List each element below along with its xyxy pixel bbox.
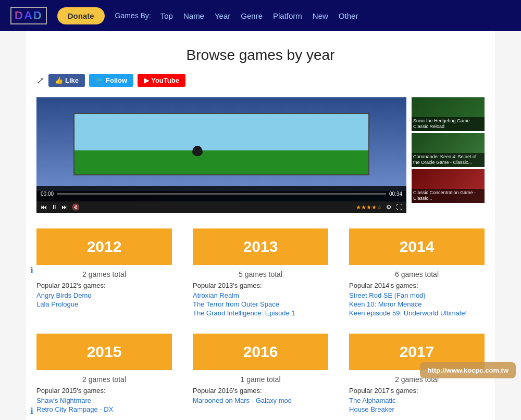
progress-track[interactable] [57, 193, 386, 195]
year-card-2016: 20161 game totalPopular 2016's games:Mar… [193, 334, 328, 414]
popular-label-2015: Popular 2015's games: [36, 387, 172, 394]
youtube-button[interactable]: ▶ YouTube [138, 74, 185, 87]
video-time-right: 00:34 [389, 191, 402, 197]
game-screen [73, 113, 369, 175]
game-link[interactable]: Retro City Rampage - DX [36, 405, 172, 413]
mute-button[interactable]: 🔇 [72, 203, 80, 211]
year-total-2012: 2 games total [36, 270, 172, 278]
main-content: Browse games by year ⤢ 👍 Like 🐦 Follow ▶… [26, 31, 495, 420]
hedgehog-sprite [192, 146, 203, 156]
game-link[interactable]: Angry Birds Demo [36, 291, 172, 299]
game-link[interactable]: The Terror from Outer Space [193, 300, 328, 308]
year-badge-2012[interactable]: 2012 [36, 228, 172, 265]
game-link[interactable]: Atroxian Realm [193, 291, 328, 299]
game-link[interactable]: Shaw's Nightmare [36, 397, 172, 404]
nav-genre[interactable]: Genre [237, 9, 267, 22]
header: DAD Donate Games By: Top Name Year Genre… [0, 0, 521, 31]
sidebar-video-1[interactable]: Sonic the Hedgehog Game - Classic Reload [412, 97, 485, 131]
info-icon-bottom[interactable]: ℹ [30, 406, 33, 416]
nav-name[interactable]: Name [179, 9, 208, 22]
game-link[interactable]: Keen 10: Mirror Menace [349, 300, 485, 308]
play-pause-button[interactable]: ⏸ [51, 203, 57, 211]
watermark: http://www.kocpc.com.tw [420, 362, 516, 378]
popular-label-2016: Popular 2016's games: [193, 387, 328, 394]
year-card-2013: 20135 games totalPopular 2013's games:At… [193, 228, 328, 318]
share-icon[interactable]: ⤢ [36, 75, 44, 86]
social-bar: ⤢ 👍 Like 🐦 Follow ▶ YouTube [36, 74, 485, 87]
year-grid: 20122 games totalPopular 2012's games:An… [36, 228, 485, 414]
info-icon-top[interactable]: ℹ [30, 265, 33, 275]
donate-button[interactable]: Donate [57, 7, 105, 24]
video-sidebar: Sonic the Hedgehog Game - Classic Reload… [412, 97, 485, 213]
popular-label-2013: Popular 2013's games: [193, 282, 328, 289]
game-link[interactable]: Lala Prologue [36, 300, 172, 308]
year-total-2013: 5 games total [193, 270, 328, 278]
video-screenshot [36, 97, 406, 191]
sidebar-video-1-label: Sonic the Hedgehog Game - Classic Reload [412, 117, 485, 131]
year-total-2015: 2 games total [36, 375, 172, 384]
sidebar-video-2[interactable]: Commander Keen 4: Secret of the Oracle G… [412, 133, 485, 167]
year-card-2012: 20122 games totalPopular 2012's games:An… [36, 228, 172, 318]
twitter-icon: 🐦 [95, 77, 104, 84]
nav-top[interactable]: Top [156, 9, 177, 22]
video-controls: ⏮ ⏸ ⏭ 🔇 ★★★★☆ ⚙ ⛶ [36, 201, 406, 213]
year-badge-2015[interactable]: 2015 [36, 334, 172, 370]
year-total-2016: 1 game total [193, 375, 328, 384]
skip-forward-button[interactable]: ⏭ [61, 203, 68, 211]
video-section: 00:00 00:34 ⏮ ⏸ ⏭ 🔇 ★★★★☆ ⚙ ⛶ Son [36, 97, 485, 213]
video-time-left: 00:00 [41, 191, 54, 197]
nav-year[interactable]: Year [210, 9, 234, 22]
nav-platform[interactable]: Platform [269, 9, 306, 22]
page-title: Browse games by year [36, 47, 485, 63]
game-link[interactable]: Marooned on Mars - Galaxy mod [193, 397, 328, 404]
skip-back-button[interactable]: ⏮ [41, 203, 47, 211]
nav-new[interactable]: New [308, 9, 332, 22]
popular-label-2017: Popular 2017's games: [349, 387, 485, 394]
year-badge-2013[interactable]: 2013 [193, 228, 328, 265]
nav-label: Games By: [115, 11, 151, 20]
sidebar-video-3-label: Classic Concentration Game - Classic... [412, 189, 485, 203]
sidebar-video-2-label: Commander Keen 4: Secret of the Oracle G… [412, 153, 485, 167]
year-card-2015: 20152 games totalPopular 2015's games:Sh… [36, 334, 172, 414]
sidebar-video-3[interactable]: Classic Concentration Game - Classic... [412, 169, 485, 203]
rating-stars: ★★★★☆ [356, 204, 382, 211]
nav-other[interactable]: Other [334, 9, 363, 22]
year-badge-2016[interactable]: 2016 [193, 334, 328, 370]
video-progress-bar: 00:00 00:34 [36, 186, 406, 201]
popular-label-2012: Popular 2012's games: [36, 282, 172, 289]
settings-button[interactable]: ⚙ [386, 203, 392, 211]
follow-button[interactable]: 🐦 Follow [89, 74, 133, 87]
video-player[interactable]: 00:00 00:34 ⏮ ⏸ ⏭ 🔇 ★★★★☆ ⚙ ⛶ [36, 97, 406, 213]
year-badge-2014[interactable]: 2014 [349, 228, 485, 265]
like-button[interactable]: 👍 Like [48, 74, 85, 87]
thumbs-up-icon: 👍 [55, 77, 63, 84]
game-link[interactable]: House Breaker [349, 405, 485, 413]
popular-label-2014: Popular 2014's games: [349, 282, 485, 289]
fullscreen-button[interactable]: ⛶ [396, 203, 402, 211]
game-background [75, 114, 368, 174]
site-logo: DAD [10, 7, 47, 24]
video-content: 00:00 00:34 [36, 97, 406, 201]
game-link[interactable]: Keen episode 59: Underworld Ultimate! [349, 309, 485, 317]
year-card-2014: 20146 games totalPopular 2014's games:St… [349, 228, 485, 318]
game-link[interactable]: Street Rod SE (Fan mod) [349, 291, 485, 299]
game-link[interactable]: The Alphamatic [349, 397, 485, 404]
main-nav: Games By: Top Name Year Genre Platform N… [115, 9, 511, 22]
year-total-2014: 6 games total [349, 270, 485, 278]
game-link[interactable]: The Grand Intelligence: Episode 1 [193, 309, 328, 317]
youtube-icon: ▶ [144, 77, 149, 84]
